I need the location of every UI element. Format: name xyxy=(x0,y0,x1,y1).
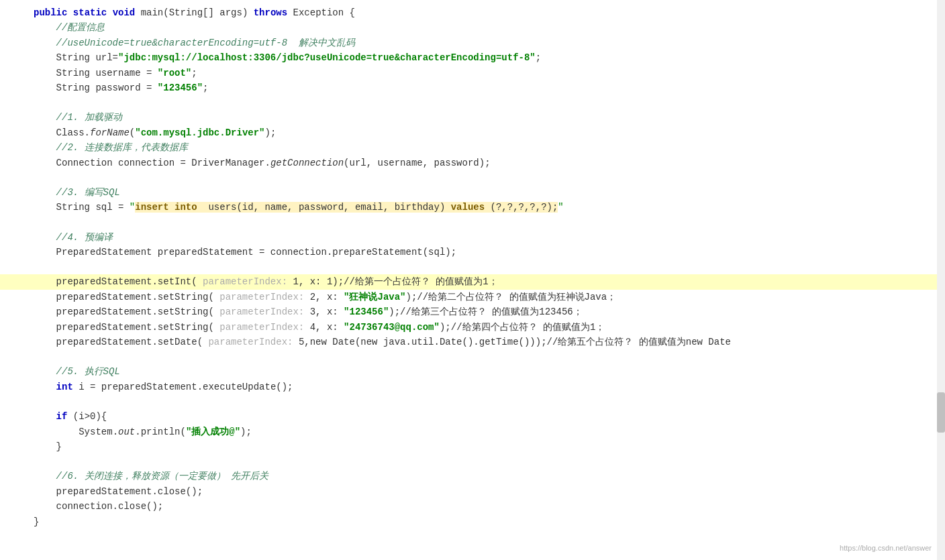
code-line xyxy=(0,95,945,110)
code-line: //2. 连接数据库，代表数据库 xyxy=(0,140,945,155)
code-line: String password = "123456"; xyxy=(0,80,945,95)
code-line: public static void main(String[] args) t… xyxy=(0,5,945,20)
code-line: connection.close(); xyxy=(0,499,945,514)
code-line: Connection connection = DriverManager.ge… xyxy=(0,156,945,170)
code-line: //配置信息 xyxy=(0,20,945,35)
code-line: preparedStatement.setString( parameterIn… xyxy=(0,304,945,319)
code-line: preparedStatement.setDate( parameterInde… xyxy=(0,335,945,349)
code-line: //3. 编写SQL xyxy=(0,185,945,200)
code-line: preparedStatement.close(); xyxy=(0,484,945,499)
code-line: PreparedStatement preparedStatement = co… xyxy=(0,245,945,260)
code-line: preparedStatement.setString( parameterIn… xyxy=(0,290,945,304)
code-line: //4. 预编译 xyxy=(0,230,945,245)
code-line: preparedStatement.setString( parameterIn… xyxy=(0,320,945,335)
code-line: int i = preparedStatement.executeUpdate(… xyxy=(0,380,945,394)
code-block: public static void main(String[] args) t… xyxy=(0,5,945,529)
code-line: preparedStatement.setInt( parameterIndex… xyxy=(0,274,945,289)
code-line: } xyxy=(0,439,945,454)
code-line: String url="jdbc:mysql://localhost:3306/… xyxy=(0,50,945,65)
scrollbar[interactable] xyxy=(937,0,945,560)
code-line: } xyxy=(0,514,945,529)
code-line xyxy=(0,170,945,185)
code-line: String username = "root"; xyxy=(0,66,945,80)
code-line xyxy=(0,260,945,274)
code-line: //1. 加载驱动 xyxy=(0,110,945,125)
code-line xyxy=(0,454,945,469)
code-line xyxy=(0,349,945,364)
code-container: public static void main(String[] args) t… xyxy=(0,0,945,560)
code-line: System.out.println("插入成功@"); xyxy=(0,425,945,439)
code-line: //5. 执行SQL xyxy=(0,364,945,379)
code-line: //useUnicode=true&characterEncoding=utf-… xyxy=(0,36,945,50)
code-line: //6. 关闭连接，释放资源（一定要做） 先开后关 xyxy=(0,469,945,484)
code-line xyxy=(0,394,945,409)
code-line: Class.forName("com.mysql.jdbc.Driver"); xyxy=(0,125,945,140)
code-line: if (i>0){ xyxy=(0,409,945,424)
code-line: String sql = "insert into users(id, name… xyxy=(0,200,945,215)
code-line xyxy=(0,215,945,230)
watermark: https://blog.csdn.net/answer xyxy=(840,543,932,555)
scrollbar-thumb[interactable] xyxy=(937,392,945,433)
